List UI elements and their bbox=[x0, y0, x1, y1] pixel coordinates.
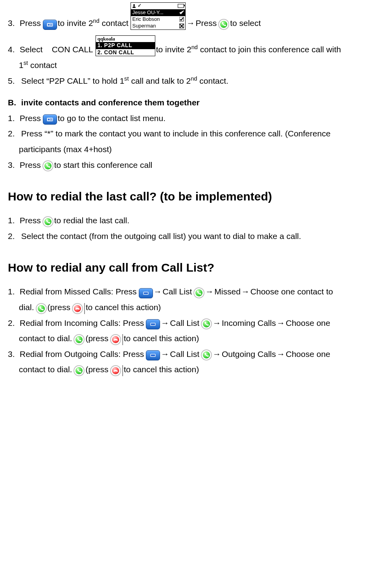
divider-icon bbox=[122, 365, 123, 376]
text: Outgoing Calls bbox=[222, 347, 276, 361]
text: (press bbox=[85, 363, 108, 376]
arrow-icon: → bbox=[213, 316, 221, 330]
list-number: 4. bbox=[8, 43, 19, 56]
text: Press bbox=[20, 158, 41, 172]
text: to invite 2nd contact to join this confe… bbox=[156, 43, 341, 56]
call-green-icon bbox=[201, 349, 212, 360]
list-number: 2. bbox=[8, 127, 19, 140]
b-step-1: 1. Press to go to the contact list menu. bbox=[8, 112, 384, 125]
text: Select the contact (from the outgoing ca… bbox=[21, 232, 301, 241]
call-green-icon bbox=[42, 216, 53, 227]
text: Press bbox=[195, 17, 217, 30]
calllist-step-3: 3. Redial from Outgoing Calls: Press → C… bbox=[8, 347, 384, 361]
contact-name: Eric Bobson bbox=[132, 17, 160, 22]
menu-item: 1. P2P CALL bbox=[96, 42, 155, 49]
text: Choose one contact to bbox=[250, 285, 333, 298]
svg-rect-11 bbox=[151, 355, 155, 357]
list-number: 1. bbox=[8, 214, 19, 227]
text: Press bbox=[20, 17, 41, 30]
text: Call List bbox=[163, 285, 192, 298]
call-green-icon bbox=[201, 318, 212, 329]
b-step-2: 2. Press “*” to mark the contact you wan… bbox=[8, 127, 384, 140]
text: Press bbox=[20, 214, 41, 227]
call-red-icon bbox=[110, 365, 121, 376]
b-step-2-cont: participants (max 4+host) bbox=[8, 143, 384, 156]
menu-button-icon bbox=[146, 350, 160, 360]
arrow-icon: → bbox=[277, 347, 285, 361]
call-red-icon bbox=[72, 303, 83, 314]
text: to start this conference call bbox=[54, 158, 153, 172]
text: Missed bbox=[214, 285, 241, 298]
redial-step-1: 1. Press to redial the last call. bbox=[8, 214, 384, 227]
text: to redial the last call. bbox=[54, 214, 129, 227]
divider-icon bbox=[122, 334, 123, 345]
list-letter: B. bbox=[8, 96, 19, 109]
contacts-button-icon bbox=[43, 114, 57, 125]
list-number: 1. bbox=[8, 112, 19, 125]
text: Redial from Missed Calls: Press bbox=[20, 285, 137, 298]
call-green-icon bbox=[36, 303, 47, 314]
text: Call List bbox=[170, 316, 199, 330]
text: Call List bbox=[170, 347, 199, 361]
text: contact to dial. bbox=[19, 363, 72, 376]
call-green-icon bbox=[218, 19, 229, 30]
list-number: 2. bbox=[8, 316, 19, 330]
svg-point-5 bbox=[48, 119, 50, 121]
text: Choose one bbox=[286, 316, 330, 330]
contact-name: Jesse OU-Y... bbox=[132, 10, 163, 16]
menu-button-icon bbox=[139, 288, 153, 298]
svg-rect-9 bbox=[151, 324, 155, 325]
calllist-step-2: 2. Redial from Incoming Calls: Press → C… bbox=[8, 316, 384, 330]
arrow-icon: → bbox=[154, 285, 162, 298]
list-number: 5. bbox=[8, 74, 19, 88]
arrow-icon: → bbox=[213, 347, 221, 361]
text: to go to the contact list menu. bbox=[58, 112, 166, 125]
text: dial. bbox=[19, 301, 34, 314]
svg-rect-7 bbox=[144, 292, 148, 294]
contacts-button-icon bbox=[43, 20, 57, 30]
call-green-icon bbox=[42, 160, 53, 171]
arrow-icon: → bbox=[161, 316, 169, 330]
text: to invite 2nd contact bbox=[58, 17, 129, 30]
text: to cancel this action) bbox=[124, 363, 199, 376]
calllist-step-1-cont: dial. (press to cancel this action) bbox=[8, 301, 384, 314]
text: (press bbox=[48, 301, 70, 314]
text: to select bbox=[230, 17, 261, 30]
call-green-icon bbox=[74, 334, 85, 345]
b-step-3: 3. Press to start this conference call bbox=[8, 158, 384, 172]
arrow-icon: → bbox=[205, 285, 213, 298]
svg-point-1 bbox=[48, 24, 50, 26]
call-menu-screenshot: qqkoala 1. P2P CALL 2. CON CALL bbox=[96, 35, 155, 56]
text: to cancel this action) bbox=[124, 332, 199, 345]
menu-title: qqkoala bbox=[96, 36, 155, 42]
text: Incoming Calls bbox=[222, 316, 276, 330]
text: Select CON CALL bbox=[20, 43, 93, 56]
divider-icon bbox=[84, 303, 85, 314]
list-number: 1. bbox=[8, 285, 19, 298]
document-page: 3. Press to invite 2nd contact ✓ Jesse O… bbox=[0, 2, 392, 392]
heading-redial-calllist: How to redial any call from Call List? bbox=[8, 258, 384, 277]
menu-item: 2. CON CALL bbox=[96, 49, 155, 56]
text: Select “P2P CALL” to hold 1st call and t… bbox=[21, 76, 228, 85]
text: Press bbox=[20, 112, 41, 125]
calllist-step-1: 1. Redial from Missed Calls: Press → Cal… bbox=[8, 285, 384, 298]
menu-button-icon bbox=[146, 319, 160, 329]
arrow-icon: → bbox=[241, 285, 250, 298]
calllist-step-2-cont: contact to dial. (press to cancel this a… bbox=[8, 332, 384, 345]
call-green-icon bbox=[193, 287, 204, 298]
heading-text: invite contacts and conference them toge… bbox=[21, 98, 200, 107]
step-3: 3. Press to invite 2nd contact ✓ Jesse O… bbox=[8, 2, 384, 30]
step-4: 4. Select CON CALL qqkoala 1. P2P CALL 2… bbox=[8, 35, 384, 56]
call-green-icon bbox=[74, 365, 85, 376]
list-number: 2. bbox=[8, 230, 19, 243]
contact-name: Superman bbox=[132, 23, 156, 29]
call-red-icon bbox=[110, 334, 121, 345]
arrow-icon: → bbox=[277, 316, 285, 330]
text: Choose one bbox=[286, 347, 330, 361]
text: to cancel this action) bbox=[86, 301, 161, 314]
redial-step-2: 2. Select the contact (from the outgoing… bbox=[8, 230, 384, 243]
section-b-heading: B. invite contacts and conference them t… bbox=[8, 96, 384, 109]
arrow-icon: → bbox=[186, 17, 195, 30]
step-5: 5. Select “P2P CALL” to hold 1st call an… bbox=[8, 74, 384, 88]
text: (press bbox=[85, 332, 108, 345]
